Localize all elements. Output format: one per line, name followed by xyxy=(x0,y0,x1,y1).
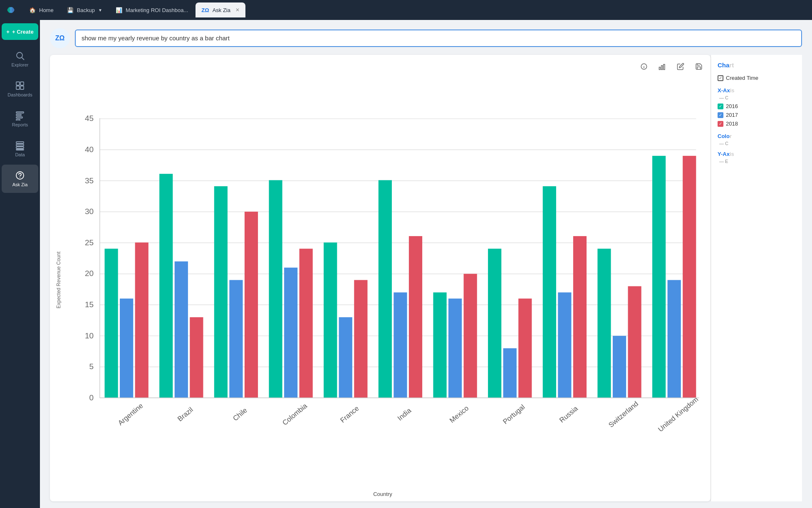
label-2017: 2017 xyxy=(726,112,738,118)
chart-toolbar xyxy=(637,60,706,73)
svg-text:Argentine: Argentine xyxy=(116,402,144,427)
bar xyxy=(683,156,696,398)
explorer-icon xyxy=(15,51,25,61)
tab-home[interactable]: 🏠 Home xyxy=(23,2,59,17)
bar xyxy=(518,298,532,398)
bar xyxy=(543,186,556,398)
tab-backup[interactable]: 💾 Backup ▼ xyxy=(61,2,108,17)
search-input-wrapper[interactable] xyxy=(75,30,802,47)
svg-rect-19 xyxy=(659,67,661,70)
bar xyxy=(269,180,282,398)
tab-backup-label: Backup xyxy=(77,7,95,13)
svg-rect-6 xyxy=(16,112,24,113)
svg-text:20: 20 xyxy=(85,269,94,278)
svg-text:Portugal: Portugal xyxy=(501,403,526,426)
chevron-down-icon: ▼ xyxy=(98,8,102,12)
bar xyxy=(135,242,149,398)
tab-marketing[interactable]: 📊 Marketing ROI Dashboa... xyxy=(110,2,194,17)
bar xyxy=(488,249,501,398)
panel-item-2017[interactable]: ✓ 2017 xyxy=(718,111,795,119)
tab-home-label: Home xyxy=(39,7,54,13)
y-axis-label: Expected Revenue Count xyxy=(54,63,63,497)
tab-askzia[interactable]: ZΩ Ask Zia ✕ xyxy=(196,2,245,17)
browser-tab-bar: 🏠 Home 💾 Backup ▼ 📊 Marketing ROI Dashbo… xyxy=(0,0,812,20)
sidebar-item-reports[interactable]: Reports xyxy=(2,105,38,133)
svg-rect-4 xyxy=(16,86,20,89)
svg-rect-3 xyxy=(20,82,24,85)
bar xyxy=(613,336,626,398)
sidebar-item-askzia[interactable]: Ask Zia xyxy=(2,165,38,193)
checkbox-2018[interactable]: ✓ xyxy=(718,121,723,127)
askzia-icon xyxy=(15,170,25,180)
checkbox-2016[interactable]: ✓ xyxy=(718,104,723,109)
panel-item-created-time[interactable]: ✓ Created Time xyxy=(718,74,795,82)
info-button[interactable] xyxy=(637,60,651,73)
svg-rect-11 xyxy=(16,144,24,146)
chart-inner: Expected Revenue Count 0 xyxy=(50,55,710,501)
panel-item-2016[interactable]: ✓ 2016 xyxy=(718,102,795,111)
chart-svg: 0 5 10 15 xyxy=(63,63,702,489)
checkbox-created-time[interactable]: ✓ xyxy=(718,75,723,81)
close-icon[interactable]: ✕ xyxy=(235,7,240,13)
svg-text:25: 25 xyxy=(85,238,94,247)
svg-text:Mexico: Mexico xyxy=(448,404,470,424)
y-axis-sub: — E xyxy=(718,159,795,164)
svg-text:0: 0 xyxy=(89,393,94,402)
svg-point-15 xyxy=(20,177,20,178)
svg-rect-5 xyxy=(20,86,24,89)
create-button[interactable]: + + Create xyxy=(2,23,38,40)
main-content: ZΩ xyxy=(40,20,812,508)
bar-group-uk: United Kingdom xyxy=(652,156,700,434)
created-time-label: Created Time xyxy=(726,75,758,81)
svg-text:France: France xyxy=(339,404,360,424)
svg-rect-10 xyxy=(16,142,24,143)
bar-group-chile: Chile xyxy=(214,186,258,422)
chart-section: Expected Revenue Count 0 xyxy=(40,48,812,508)
bar-group-india: India xyxy=(379,180,422,422)
svg-rect-13 xyxy=(16,149,24,150)
bar xyxy=(448,298,462,398)
sidebar: + + Create Explorer Dashboards Reports xyxy=(0,20,40,508)
color-sub: — C xyxy=(718,141,795,146)
panel-item-2018[interactable]: ✓ 2018 xyxy=(718,119,795,128)
bar xyxy=(104,249,118,398)
bar-group-portugal: Portugal xyxy=(488,249,532,426)
svg-text:Brazil: Brazil xyxy=(176,406,194,423)
bar xyxy=(597,249,611,398)
bar xyxy=(300,249,313,398)
zia-logo: ZΩ xyxy=(50,28,70,48)
bar xyxy=(159,174,173,398)
bar xyxy=(503,348,517,398)
sidebar-item-data[interactable]: Data xyxy=(2,135,38,163)
sidebar-item-askzia-label: Ask Zia xyxy=(12,182,28,187)
svg-text:30: 30 xyxy=(85,207,94,216)
sidebar-item-explorer[interactable]: Explorer xyxy=(2,45,38,73)
svg-text:United Kingdom: United Kingdom xyxy=(656,395,700,433)
bar xyxy=(324,242,337,398)
bar xyxy=(464,274,477,398)
bar-group-brazil: Brazil xyxy=(159,174,203,423)
save-button[interactable] xyxy=(692,60,706,73)
checkbox-2017[interactable]: ✓ xyxy=(718,112,723,118)
edit-button[interactable] xyxy=(674,60,687,73)
search-input[interactable] xyxy=(82,35,795,42)
bar-group-france: France xyxy=(324,242,367,424)
bar xyxy=(175,261,188,398)
svg-text:35: 35 xyxy=(85,176,94,185)
svg-rect-7 xyxy=(16,114,21,116)
sidebar-item-dashboards[interactable]: Dashboards xyxy=(2,75,38,103)
dashboards-icon xyxy=(15,81,25,91)
sidebar-item-dashboards-label: Dashboards xyxy=(7,92,32,97)
chart-type-button[interactable] xyxy=(656,60,669,73)
bar xyxy=(394,292,407,398)
bar xyxy=(628,286,641,398)
x-axis-section-title: X-Axis xyxy=(718,87,795,94)
svg-line-1 xyxy=(22,58,25,60)
chart-plot-area: 0 5 10 15 xyxy=(63,63,702,497)
bar xyxy=(339,317,352,398)
svg-text:15: 15 xyxy=(85,300,94,309)
bar xyxy=(433,292,446,398)
tab-marketing-label: Marketing ROI Dashboa... xyxy=(126,7,188,13)
bar xyxy=(668,280,681,398)
svg-text:10: 10 xyxy=(85,331,94,340)
